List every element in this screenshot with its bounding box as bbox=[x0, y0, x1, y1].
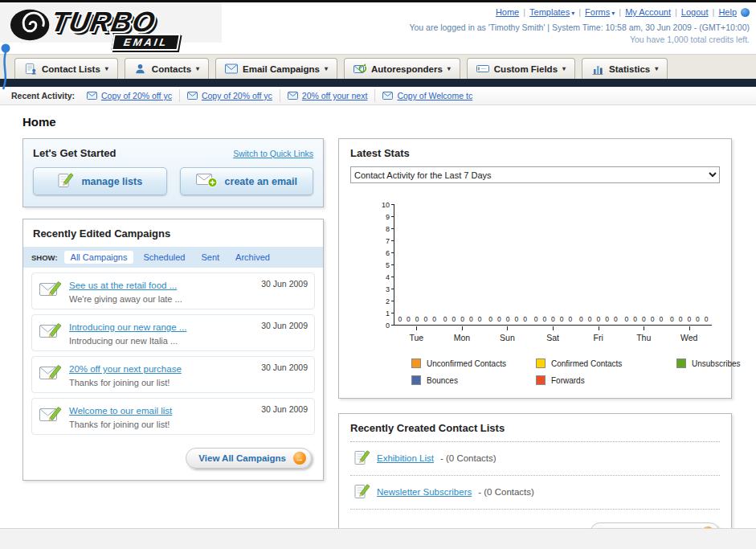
recent-activity-item[interactable]: 20% off your next bbox=[280, 89, 375, 102]
manage-lists-button[interactable]: manage lists bbox=[33, 167, 167, 195]
bar-value: 0 bbox=[469, 315, 473, 323]
stats-period-select[interactable]: Contact Activity for the Last 7 Days bbox=[350, 166, 720, 183]
statistics-icon bbox=[591, 63, 604, 75]
campaign-title-link[interactable]: Welcome to our email list bbox=[69, 406, 172, 416]
nav-tab-email-campaigns[interactable]: Email Campaigns▾ bbox=[215, 58, 337, 79]
bar-value: 0 bbox=[398, 315, 402, 323]
top-nav-templates[interactable]: Templates▾ bbox=[529, 7, 574, 17]
recent-activity-item[interactable]: Copy of 20% off yc bbox=[179, 89, 280, 102]
left-column: Let's Get Started Switch to Quick Links … bbox=[22, 138, 324, 481]
contact-list-link[interactable]: Newsletter Subscribers bbox=[377, 487, 472, 497]
help-ball-icon[interactable] bbox=[741, 8, 750, 17]
recent-activity-link[interactable]: Copy of Welcome tc bbox=[397, 91, 472, 100]
campaign-list-item[interactable]: Welcome to our email listThanks for join… bbox=[31, 398, 315, 435]
contact-list-count: - (0 Contacts) bbox=[440, 453, 497, 463]
bar-value-labels: 00000 bbox=[394, 315, 439, 323]
campaign-text: See us at the retail food ...We're givin… bbox=[69, 277, 255, 304]
bar-value: 0 bbox=[488, 315, 492, 323]
campaign-list-item[interactable]: Introducing our new range ...Introducing… bbox=[31, 314, 315, 351]
campaign-title-link[interactable]: See us at the retail food ... bbox=[69, 281, 177, 290]
chart-bar-group: 00000 bbox=[576, 204, 621, 325]
campaign-list-item[interactable]: 20% off your next purchaseThanks for joi… bbox=[31, 356, 315, 393]
contact-lists-panel-title: Recently Created Contact Lists bbox=[350, 422, 720, 442]
bar-value: 0 bbox=[705, 315, 709, 323]
envelope-plus-icon bbox=[196, 172, 218, 191]
turbo-email-logo: TURBO EMAIL bbox=[10, 6, 235, 51]
chart-bar-group: 00000 bbox=[530, 204, 575, 325]
x-axis-tick bbox=[462, 326, 463, 330]
chart-bar-group: 00000 bbox=[621, 204, 666, 325]
bar-value-labels: 00000 bbox=[439, 315, 484, 323]
recent-activity-item[interactable]: Copy of Welcome tc bbox=[374, 89, 480, 102]
nav-tab-contact-lists[interactable]: Contact Lists▾ bbox=[14, 58, 118, 79]
campaign-filter-sent[interactable]: Sent bbox=[194, 251, 226, 264]
nav-separator: | bbox=[675, 7, 677, 17]
logo-text-turbo: TURBO bbox=[48, 6, 157, 38]
nav-tab-statistics[interactable]: Statistics▾ bbox=[582, 58, 668, 79]
envelope-pencil-icon bbox=[39, 320, 63, 344]
legend-item-unconfirmed-contacts: Unconfirmed Contacts bbox=[411, 358, 536, 368]
campaign-date: 30 Jun 2009 bbox=[261, 404, 308, 414]
campaign-filter-all-campaigns[interactable]: All Campaigns bbox=[64, 251, 134, 264]
nav-tab-contacts[interactable]: Contacts▾ bbox=[125, 58, 209, 79]
x-axis-tick bbox=[599, 326, 599, 330]
top-nav-home[interactable]: Home bbox=[496, 7, 519, 17]
x-axis-label-text: Thu bbox=[636, 333, 651, 342]
top-nav-my-account[interactable]: My Account bbox=[625, 7, 671, 17]
campaign-list-item[interactable]: See us at the retail food ...We're givin… bbox=[31, 272, 315, 309]
right-column: Latest Stats Contact Activity for the La… bbox=[338, 138, 732, 549]
bar-value: 0 bbox=[514, 315, 518, 323]
campaign-title-link[interactable]: 20% off your next purchase bbox=[69, 364, 182, 374]
custom-fields-icon bbox=[476, 63, 489, 75]
campaign-filter-bar: SHOW: All CampaignsScheduledSentArchived bbox=[23, 247, 323, 268]
view-all-campaigns-button[interactable]: View All Campaigns → bbox=[186, 448, 312, 469]
x-axis-label: Sun bbox=[484, 326, 530, 342]
legend-label: Confirmed Contacts bbox=[551, 359, 622, 368]
pencil-paper-icon bbox=[353, 449, 370, 468]
arrow-right-icon: → bbox=[293, 452, 306, 465]
top-nav-help[interactable]: Help bbox=[718, 7, 737, 17]
recent-activity-link[interactable]: Copy of 20% off yc bbox=[202, 91, 272, 100]
switch-to-quick-links-link[interactable]: Switch to Quick Links bbox=[233, 149, 313, 158]
campaign-filter-archived[interactable]: Archived bbox=[229, 251, 276, 264]
bar-value: 0 bbox=[452, 315, 456, 323]
x-axis-tick bbox=[644, 326, 644, 330]
nav-separator: | bbox=[713, 7, 715, 17]
show-label: SHOW: bbox=[31, 253, 58, 262]
recent-activity-bar: Recent Activity: Copy of 20% off ycCopy … bbox=[0, 87, 756, 105]
x-axis-label-text: Tue bbox=[409, 333, 423, 342]
top-nav-logout[interactable]: Logout bbox=[681, 7, 709, 17]
x-axis-label: Fri bbox=[575, 326, 621, 342]
campaign-title-link[interactable]: Introducing our new range ... bbox=[69, 322, 186, 332]
contact-list-link[interactable]: Exhibition List bbox=[377, 453, 434, 463]
x-axis-label: Thu bbox=[621, 326, 667, 342]
recent-activity-link[interactable]: 20% off your next bbox=[302, 91, 368, 100]
envelope-pencil-icon bbox=[39, 362, 63, 386]
contact-list-item[interactable]: Newsletter Subscribers- (0 Contacts) bbox=[350, 476, 720, 510]
x-axis-label: Tue bbox=[394, 326, 439, 342]
chart-bar-group: 00000 bbox=[394, 204, 439, 325]
recent-activity-item[interactable]: Copy of 20% off yc bbox=[80, 89, 179, 102]
nav-tab-label: Contact Lists bbox=[42, 64, 100, 74]
campaign-text: Introducing our new range ...Introducing… bbox=[69, 319, 255, 346]
bar-value: 0 bbox=[642, 315, 646, 323]
contact-list-item[interactable]: Exhibition List- (0 Contacts) bbox=[350, 442, 720, 476]
content-columns: Let's Get Started Switch to Quick Links … bbox=[22, 138, 734, 549]
page-title: Home bbox=[22, 115, 734, 129]
campaign-date: 30 Jun 2009 bbox=[261, 321, 308, 330]
legend-label: Unconfirmed Contacts bbox=[427, 359, 506, 368]
pencil-paper-icon bbox=[57, 171, 74, 191]
chart-bar-group: 00000 bbox=[667, 204, 712, 325]
top-nav-forms[interactable]: Forms▾ bbox=[585, 7, 615, 17]
campaign-filter-scheduled[interactable]: Scheduled bbox=[137, 251, 191, 264]
chart-bar-group: 00000 bbox=[485, 204, 530, 325]
nav-tab-custom-fields[interactable]: Custom Fields▾ bbox=[467, 58, 575, 79]
chevron-down-icon: ▾ bbox=[105, 65, 108, 72]
recent-activity-link[interactable]: Copy of 20% off yc bbox=[101, 91, 172, 100]
bar-value: 0 bbox=[460, 315, 464, 323]
create-an-email-button[interactable]: create an email bbox=[180, 167, 314, 195]
legend-item-forwards: Forwards bbox=[536, 375, 676, 385]
legend-swatch bbox=[536, 375, 546, 385]
main-nav-bar: Contact Lists▾Contacts▾Email Campaigns▾A… bbox=[0, 54, 756, 79]
nav-tab-autoresponders[interactable]: Autoresponders▾ bbox=[344, 58, 460, 79]
